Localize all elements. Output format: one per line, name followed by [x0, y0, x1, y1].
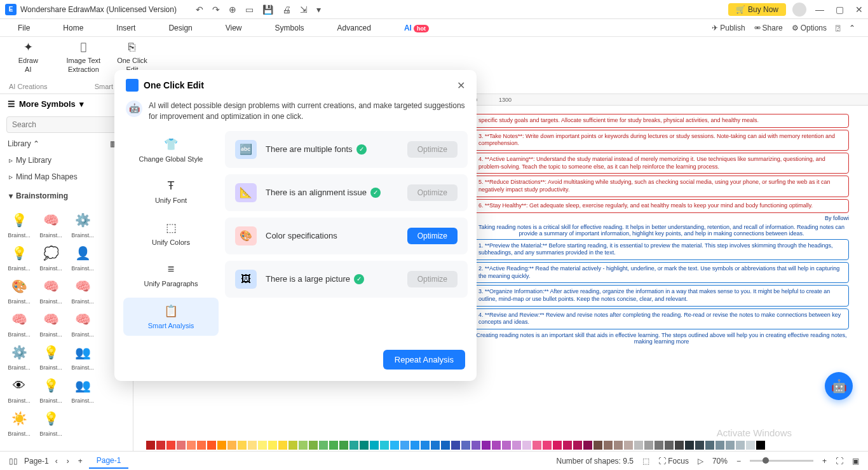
fullscreen-icon[interactable]: ▣ [852, 457, 859, 466]
shape-item[interactable]: 🧠Brainst... [37, 275, 65, 305]
shape-item[interactable]: 💡Brainst... [37, 408, 65, 437]
zoom-in-icon[interactable]: + [822, 457, 827, 466]
menu-file[interactable]: File [13, 21, 35, 35]
color-swatch[interactable] [339, 441, 348, 450]
mindmap-node[interactable]: specific study goals and targets. Alloca… [474, 114, 849, 128]
zoom-slider[interactable] [750, 460, 813, 462]
optimize-color-button[interactable]: Optimize [407, 228, 458, 244]
mindmap-node[interactable]: 6. **Stay Healthy**: Get adequate sleep,… [474, 199, 849, 213]
color-swatch[interactable] [492, 441, 501, 450]
color-swatch[interactable] [482, 441, 491, 450]
color-swatch[interactable] [593, 441, 602, 450]
collapse-icon[interactable]: ⌃ [849, 24, 855, 32]
shape-item[interactable]: 👁Brainst... [5, 375, 33, 404]
color-swatch[interactable] [654, 441, 663, 450]
shape-item[interactable]: 🧠Brainst... [5, 308, 33, 338]
menu-view[interactable]: View [220, 21, 247, 35]
opt-smart-analysis[interactable]: 📋Smart Analysis [123, 298, 219, 336]
color-swatch[interactable] [461, 441, 470, 450]
redo-icon[interactable]: ↷ [212, 4, 220, 15]
dialog-close-icon[interactable]: ✕ [457, 79, 465, 92]
search-input[interactable] [6, 116, 126, 133]
color-swatch[interactable] [502, 441, 511, 450]
color-swatch[interactable] [390, 441, 399, 450]
shape-item[interactable]: 👥Brainst... [69, 342, 97, 371]
save-icon[interactable]: 💾 [262, 4, 273, 15]
buy-now-button[interactable]: 🛒 Buy Now [728, 3, 786, 16]
color-swatch[interactable] [278, 441, 287, 450]
color-swatch[interactable] [441, 441, 450, 450]
color-swatch[interactable] [380, 441, 389, 450]
ai-fab-button[interactable]: 🤖 [825, 372, 853, 400]
close-icon[interactable]: ✕ [855, 4, 863, 15]
mindmap-node[interactable]: 5. **Reduce Distractions**: Avoid multit… [474, 176, 849, 197]
options-button[interactable]: ⚙ Options [792, 24, 827, 32]
new-icon[interactable]: ⊕ [229, 4, 236, 15]
shape-item[interactable]: ☀️Brainst... [5, 408, 33, 437]
color-swatch[interactable] [715, 441, 724, 450]
color-swatch[interactable] [319, 441, 328, 450]
add-page-icon[interactable]: + [78, 457, 83, 466]
open-icon[interactable]: ▭ [245, 4, 254, 15]
color-swatch[interactable] [187, 441, 196, 450]
shape-item[interactable]: 🧠Brainst... [37, 308, 65, 338]
my-library-item[interactable]: ▹ My Library [0, 152, 133, 169]
color-swatch[interactable] [583, 441, 592, 450]
color-swatch[interactable] [512, 441, 521, 450]
color-swatch[interactable] [634, 441, 643, 450]
color-swatch[interactable] [431, 441, 440, 450]
color-swatch[interactable] [746, 441, 755, 450]
color-swatch[interactable] [736, 441, 745, 450]
shape-item[interactable]: 🧠Brainst... [69, 275, 97, 305]
shape-item[interactable]: 🧠Brainst... [37, 209, 65, 238]
page-tab-1[interactable]: Page-1 [89, 453, 129, 469]
color-swatch[interactable] [329, 441, 338, 450]
fit-icon[interactable]: ⛶ [836, 457, 843, 466]
play-icon[interactable]: ▷ [698, 457, 703, 466]
color-swatch[interactable] [644, 441, 653, 450]
shape-item[interactable]: 👤Brainst... [69, 242, 97, 272]
color-swatch[interactable] [705, 441, 714, 450]
print-icon[interactable]: 🖨 [282, 4, 291, 15]
shape-item[interactable]: 💡Brainst... [37, 375, 65, 404]
color-swatch[interactable] [573, 441, 582, 450]
color-swatch[interactable] [146, 441, 155, 450]
share-button[interactable]: ⚮ Share [754, 24, 783, 32]
mindmap-node[interactable]: 4. **Active Learning**: Understand the s… [474, 153, 849, 174]
color-swatch[interactable] [227, 441, 236, 450]
opt-unify-colors[interactable]: ⬚Unify Colors [123, 214, 219, 252]
brainstorming-section[interactable]: ▾ Brainstorming [0, 185, 133, 204]
color-swatch[interactable] [543, 441, 552, 450]
shape-item[interactable]: 💡Brainst... [37, 342, 65, 371]
color-swatch[interactable] [563, 441, 572, 450]
color-swatch[interactable] [685, 441, 694, 450]
menu-ai[interactable]: AIhot [399, 21, 434, 35]
menu-symbols[interactable]: Symbols [270, 21, 309, 35]
color-swatch[interactable] [400, 441, 409, 450]
image-text-button[interactable]: ⌷ Image Text Extraction [67, 40, 101, 73]
color-swatch[interactable] [532, 441, 541, 450]
menu-home[interactable]: Home [58, 21, 88, 35]
minimize-icon[interactable]: — [815, 4, 824, 15]
zoom-knob[interactable] [763, 457, 769, 464]
mindmap-node[interactable]: 3. **Take Notes**: Write down important … [474, 130, 849, 151]
shape-item[interactable]: ⚙️Brainst... [69, 209, 97, 238]
color-swatch[interactable] [288, 441, 297, 450]
maximize-icon[interactable]: ▢ [836, 4, 844, 15]
color-swatch[interactable] [421, 441, 430, 450]
shape-item[interactable]: 🎨Brainst... [5, 275, 33, 305]
prev-page-icon[interactable]: ‹ [55, 457, 58, 466]
color-swatch[interactable] [217, 441, 226, 450]
repeat-analysis-button[interactable]: Repeat Analysis [383, 350, 465, 370]
more-symbols-button[interactable]: ☰ More Symbols ▾ [0, 94, 133, 114]
color-swatch[interactable] [248, 441, 257, 450]
color-swatch[interactable] [553, 441, 562, 450]
opt-unify-font[interactable]: ŦUnify Font [123, 173, 219, 211]
color-swatch[interactable] [177, 441, 186, 450]
color-swatch[interactable] [309, 441, 318, 450]
notif-icon[interactable]: ⍰ [836, 24, 840, 32]
undo-icon[interactable]: ↶ [196, 4, 203, 15]
optimize-picture-button[interactable]: Optimize [407, 271, 458, 287]
menu-design[interactable]: Design [163, 21, 197, 35]
shape-item[interactable]: 🧠Brainst... [69, 308, 97, 338]
